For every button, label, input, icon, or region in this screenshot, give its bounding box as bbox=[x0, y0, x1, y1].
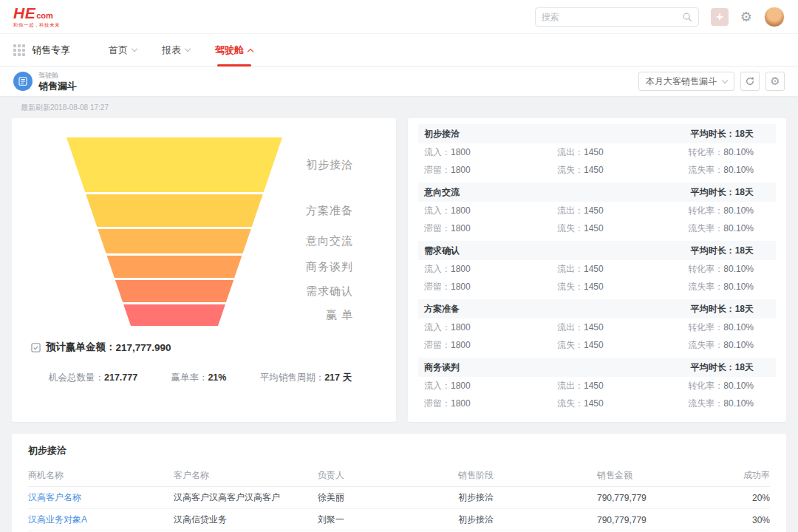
search-icon bbox=[682, 12, 692, 22]
nav-item-cockpit[interactable]: 驾驶舱 bbox=[215, 34, 253, 66]
gear-icon: ⚙ bbox=[770, 76, 780, 87]
stage-section-header: 方案准备 平均时长：18天 bbox=[418, 299, 776, 318]
table-title: 初步接洽 bbox=[28, 444, 770, 457]
top-bar: HE com 和你一起，科技未来 + ⚙ bbox=[0, 0, 798, 34]
chevron-down-icon bbox=[185, 46, 191, 52]
dashboard-icon bbox=[13, 72, 33, 91]
logo-text-main: HE bbox=[13, 5, 35, 21]
stage-stats-row: 滞留：1800 流失：1450 流失率：80.10% bbox=[418, 395, 776, 412]
chevron-down-icon bbox=[722, 77, 728, 83]
stage-stats-row: 流入：1800 流出：1450 转化率：80.10% bbox=[418, 318, 776, 336]
col-sales-stage: 销售阶段 bbox=[458, 469, 597, 482]
funnel-stage-label: 方案准备 bbox=[296, 194, 353, 227]
stage-section-header: 初步接洽 平均时长：18天 bbox=[418, 124, 776, 143]
owner-cell: 刘聚一 bbox=[318, 514, 458, 526]
col-success-rate: 成功率 bbox=[726, 469, 770, 482]
nav-item-reports[interactable]: 报表 bbox=[162, 34, 190, 66]
funnel-stage-band[interactable] bbox=[66, 229, 282, 253]
hecom-logo[interactable]: HE com 和你一起，科技未来 bbox=[13, 5, 60, 28]
search-input[interactable] bbox=[542, 12, 682, 22]
avg-duration: 平均时长：18天 bbox=[691, 245, 754, 257]
page-title: 销售漏斗 bbox=[38, 81, 77, 91]
funnel-filter-select[interactable]: 本月大客销售漏斗 bbox=[638, 72, 734, 91]
customer-cell: 汉高客户汉高客户汉高客户 bbox=[174, 491, 318, 504]
stage-stats-row: 滞留：1800 流失：1450 流失率：80.10% bbox=[418, 219, 776, 237]
stage-stats-row: 滞留：1800 流失：1450 流失率：80.10% bbox=[418, 278, 776, 296]
amount-cell: 790,779,779 bbox=[597, 493, 726, 503]
funnel-stage-band[interactable] bbox=[66, 280, 282, 302]
stage-stats-row: 流入：1800 流出：1450 转化率：80.10% bbox=[418, 260, 776, 278]
funnel-stage-band[interactable] bbox=[66, 194, 282, 227]
stage-section-header: 意向交流 平均时长：18天 bbox=[418, 183, 776, 202]
chevron-down-icon bbox=[132, 46, 137, 52]
rate-cell: 20% bbox=[726, 493, 770, 503]
stage-section: 意向交流 平均时长：18天 流入：1800 流出：1450 转化率：80.10%… bbox=[418, 183, 776, 237]
expected-win-amount: 预计赢单金额： 217,777.990 bbox=[31, 341, 378, 354]
funnel-stage-label: 意向交流 bbox=[296, 229, 353, 253]
col-opportunity-name: 商机名称 bbox=[28, 469, 174, 482]
avg-duration: 平均时长：18天 bbox=[691, 186, 754, 199]
stage-section-header: 需求确认 平均时长：18天 bbox=[418, 241, 776, 260]
main-content: 最新刷新2018-08-08 17:27 初步接洽 方案准备 意向交流 商务谈判 bbox=[0, 96, 798, 532]
plus-icon: + bbox=[716, 10, 723, 23]
avg-duration: 平均时长：18天 bbox=[691, 128, 754, 140]
gear-icon: ⚙ bbox=[740, 10, 752, 24]
stage-section: 需求确认 平均时长：18天 流入：1800 流出：1450 转化率：80.10%… bbox=[418, 241, 776, 296]
avg-duration: 平均时长：18天 bbox=[691, 361, 754, 374]
page-header: 驾驶舱 销售漏斗 本月大客销售漏斗 ⚙ bbox=[0, 66, 798, 96]
funnel-stats: 机会总数量：217.777 赢单率：21% 平均销售周期：217 天 bbox=[30, 372, 378, 384]
app-grid-icon[interactable] bbox=[13, 44, 25, 56]
customer-cell: 汉高信贷业务 bbox=[174, 514, 318, 526]
nav-cockpit-label: 驾驶舱 bbox=[215, 44, 244, 57]
breadcrumb: 驾驶舱 bbox=[38, 72, 77, 79]
quick-add-button[interactable]: + bbox=[711, 8, 729, 26]
global-search[interactable] bbox=[535, 7, 699, 27]
table-row: 汉高业务对象A 汉高信贷业务 刘聚一 初步接洽 790,779,779 30% bbox=[28, 509, 770, 531]
last-refresh-time: 最新刷新2018-08-08 17:27 bbox=[12, 96, 786, 118]
funnel-stage-label: 赢 单 bbox=[296, 304, 353, 326]
checkbox-icon bbox=[31, 343, 41, 352]
stage-section: 方案准备 平均时长：18天 流入：1800 流出：1450 转化率：80.10%… bbox=[418, 299, 776, 354]
stat-total-opportunities: 机会总数量：217.777 bbox=[49, 372, 137, 384]
table-row: 汉高客户名称 汉高客户汉高客户汉高客户 徐美丽 初步接洽 790,779,779… bbox=[28, 487, 770, 509]
refresh-button[interactable] bbox=[740, 72, 760, 91]
opportunity-link[interactable]: 汉高业务对象A bbox=[28, 514, 174, 526]
user-avatar[interactable] bbox=[764, 7, 785, 27]
opportunity-link[interactable]: 汉高客户名称 bbox=[28, 491, 174, 504]
col-customer-name: 客户名称 bbox=[174, 469, 318, 482]
settings-button[interactable]: ⚙ bbox=[740, 10, 752, 24]
stat-avg-cycle: 平均销售周期：217 天 bbox=[260, 372, 352, 384]
nav-item-home[interactable]: 首页 bbox=[109, 34, 137, 66]
funnel-stage-label: 需求确认 bbox=[296, 280, 353, 302]
opportunity-table-card: 初步接洽 商机名称 客户名称 负责人 销售阶段 销售金额 成功率 汉高客户名称 … bbox=[12, 434, 786, 532]
funnel-stage-band[interactable] bbox=[66, 304, 282, 326]
stage-cell: 初步接洽 bbox=[458, 491, 597, 504]
stage-cell: 初步接洽 bbox=[458, 514, 597, 526]
rate-cell: 30% bbox=[726, 515, 770, 525]
sales-funnel-chart bbox=[66, 137, 282, 326]
refresh-icon bbox=[745, 76, 755, 86]
col-owner: 负责人 bbox=[318, 469, 458, 482]
funnel-stage-band[interactable] bbox=[66, 256, 282, 278]
nav-reports-label: 报表 bbox=[162, 44, 181, 57]
nav-home-label: 首页 bbox=[109, 44, 128, 57]
owner-cell: 徐美丽 bbox=[318, 491, 458, 504]
table-header-row: 商机名称 客户名称 负责人 销售阶段 销售金额 成功率 bbox=[28, 465, 770, 487]
expected-amount-label: 预计赢单金额： bbox=[46, 341, 116, 354]
stage-stats-row: 流入：1800 流出：1450 转化率：80.10% bbox=[418, 202, 776, 219]
funnel-stage-band[interactable] bbox=[66, 137, 282, 192]
filter-label: 本月大客销售漏斗 bbox=[646, 75, 717, 88]
expected-amount-value: 217,777.990 bbox=[116, 342, 171, 353]
stage-section-header: 商务谈判 平均时长：18天 bbox=[418, 358, 776, 377]
nav-bar: 销售专享 首页 报表 驾驶舱 bbox=[0, 34, 798, 66]
col-sales-amount: 销售金额 bbox=[597, 469, 726, 482]
stage-stats-row: 流入：1800 流出：1450 转化率：80.10% bbox=[418, 143, 776, 161]
funnel-stage-labels: 初步接洽 方案准备 意向交流 商务谈判 需求确认 赢 单 bbox=[296, 137, 353, 326]
stage-section: 商务谈判 平均时长：18天 流入：1800 流出：1450 转化率：80.10%… bbox=[418, 358, 776, 412]
funnel-stage-label: 初步接洽 bbox=[296, 137, 353, 192]
dashboard-settings-button[interactable]: ⚙ bbox=[765, 72, 785, 91]
avg-duration: 平均时长：18天 bbox=[691, 303, 754, 316]
funnel-card: 初步接洽 方案准备 意向交流 商务谈判 需求确认 赢 单 预计赢单金额： 217… bbox=[12, 118, 396, 422]
logo-text-sub: com bbox=[36, 12, 53, 20]
logo-tagline: 和你一起，科技未来 bbox=[13, 23, 60, 28]
